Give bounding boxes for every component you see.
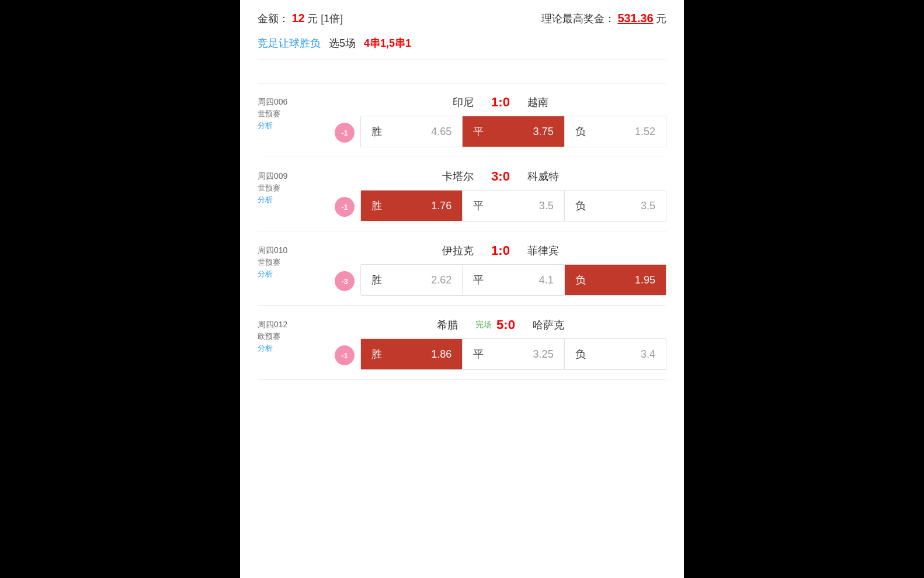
odds-row-2: 胜 2.62 平 4.1 负 1.95 bbox=[360, 264, 666, 296]
match-league-1: 世预赛 bbox=[258, 183, 280, 193]
handicap-badge-0: -1 bbox=[335, 123, 355, 143]
analyze-link-3[interactable]: 分析 bbox=[258, 343, 273, 354]
odds-label-3-0: 胜 bbox=[371, 347, 382, 361]
odds-label-1-2: 负 bbox=[575, 199, 586, 213]
odds-row-0: 胜 4.65 平 3.75 负 1.52 bbox=[360, 116, 666, 147]
bet-combo-label: 4串1,5串1 bbox=[364, 36, 411, 50]
odds-value-0-0: 4.65 bbox=[431, 126, 451, 138]
match-section-0: 周四006 世预赛 分析 印尼 1:0 越南 -1 胜 4.65 bbox=[258, 95, 666, 157]
odds-label-3-1: 平 bbox=[473, 347, 484, 361]
home-team-3: 希腊 bbox=[437, 318, 458, 332]
match-left-3: 周四012 欧预赛 分析 bbox=[258, 317, 328, 354]
bet-select-label: 选5场 bbox=[329, 36, 356, 50]
match-score-3: 5:0 bbox=[496, 317, 515, 333]
match-content-1: 卡塔尔 3:0 科威特 -1 胜 1.76 平 3.5 bbox=[335, 169, 666, 221]
odds-value-1-1: 3.5 bbox=[539, 200, 554, 212]
odds-row-1: 胜 1.76 平 3.5 负 3.5 bbox=[360, 190, 666, 221]
match-score-0: 1:0 bbox=[491, 95, 510, 110]
odds-label-1-1: 平 bbox=[473, 199, 484, 213]
odds-cell-1-2[interactable]: 负 3.5 bbox=[565, 191, 666, 221]
match-score-1: 3:0 bbox=[491, 169, 510, 184]
prize-unit: 元 bbox=[656, 13, 666, 25]
prize-label: 理论最高奖金： bbox=[541, 13, 615, 25]
match-left-2: 周四010 世预赛 分析 bbox=[258, 243, 328, 279]
odds-cell-0-0[interactable]: 胜 4.65 bbox=[361, 116, 463, 147]
home-team-1: 卡塔尔 bbox=[442, 169, 474, 184]
odds-cell-2-0[interactable]: 胜 2.62 bbox=[361, 265, 463, 295]
match-id-3: 周四012 bbox=[258, 320, 287, 330]
odds-cell-2-2[interactable]: 负 1.95 bbox=[565, 265, 666, 295]
odds-cell-0-2[interactable]: 负 1.52 bbox=[565, 116, 666, 147]
match-league-0: 世预赛 bbox=[258, 109, 280, 119]
teams-row-2: 伊拉克 1:0 菲律宾 bbox=[335, 243, 666, 258]
home-team-0: 印尼 bbox=[453, 95, 474, 109]
handicap-badge-1: -1 bbox=[335, 197, 355, 217]
odds-label-2-1: 平 bbox=[473, 273, 484, 287]
amount-unit: 元 [1倍] bbox=[307, 13, 343, 25]
match-league-3: 欧预赛 bbox=[258, 331, 280, 342]
teams-row-1: 卡塔尔 3:0 科威特 bbox=[335, 169, 666, 184]
analyze-link-2[interactable]: 分析 bbox=[258, 269, 273, 279]
odds-value-3-1: 3.25 bbox=[533, 348, 554, 361]
prize-section: 理论最高奖金： 531.36 元 bbox=[541, 12, 666, 26]
odds-value-3-0: 1.86 bbox=[431, 348, 451, 361]
match-id-0: 周四006 bbox=[258, 97, 287, 108]
odds-cell-2-1[interactable]: 平 4.1 bbox=[463, 265, 564, 295]
amount-value: 12 bbox=[291, 12, 304, 25]
match-score-2: 1:0 bbox=[491, 243, 510, 258]
bet-type-label: 竞足让球胜负 bbox=[258, 36, 321, 50]
odds-value-1-0: 1.76 bbox=[431, 200, 451, 212]
odds-label-0-2: 负 bbox=[575, 124, 586, 139]
odds-label-2-2: 负 bbox=[575, 273, 586, 287]
odds-value-2-0: 2.62 bbox=[431, 274, 451, 286]
match-left-0: 周四006 世预赛 分析 bbox=[258, 95, 328, 131]
analyze-link-1[interactable]: 分析 bbox=[258, 195, 273, 205]
prize-value: 531.36 bbox=[617, 12, 653, 25]
odds-value-0-2: 1.52 bbox=[635, 126, 655, 138]
handicap-badge-2: -3 bbox=[335, 271, 355, 291]
match-section-2: 周四010 世预赛 分析 伊拉克 1:0 菲律宾 -3 胜 2. bbox=[258, 243, 666, 306]
matches-container: 周四006 世预赛 分析 印尼 1:0 越南 -1 胜 4.65 bbox=[258, 95, 666, 380]
match-content-2: 伊拉克 1:0 菲律宾 -3 胜 2.62 平 4.1 bbox=[335, 243, 666, 296]
match-section-3: 周四012 欧预赛 分析 希腊 完场 5:0 哈萨克 -1 bbox=[258, 317, 666, 380]
away-team-1: 科威特 bbox=[527, 169, 559, 184]
away-team-3: 哈萨克 bbox=[533, 318, 564, 332]
odds-row-3: 胜 1.86 平 3.25 负 3.4 bbox=[360, 338, 666, 370]
odds-cell-1-0[interactable]: 胜 1.76 bbox=[361, 191, 463, 221]
amount-section: 金额： 12 元 [1倍] bbox=[258, 12, 343, 26]
match-id-2: 周四010 bbox=[258, 245, 287, 256]
match-left-1: 周四009 世预赛 分析 bbox=[258, 169, 328, 205]
analyze-link-0[interactable]: 分析 bbox=[258, 120, 273, 131]
odds-cell-3-1[interactable]: 平 3.25 bbox=[463, 339, 564, 369]
odds-cell-1-1[interactable]: 平 3.5 bbox=[463, 191, 564, 221]
odds-value-2-1: 4.1 bbox=[539, 274, 554, 286]
odds-label-1-0: 胜 bbox=[371, 199, 382, 213]
finished-label: 完场 bbox=[475, 320, 492, 330]
match-content-3: 希腊 完场 5:0 哈萨克 -1 胜 1.86 平 3.2 bbox=[335, 317, 666, 370]
odds-value-2-2: 1.95 bbox=[635, 274, 655, 286]
teams-row-3: 希腊 完场 5:0 哈萨克 bbox=[335, 317, 666, 333]
odds-label-0-1: 平 bbox=[473, 124, 484, 139]
match-content-0: 印尼 1:0 越南 -1 胜 4.65 平 3.75 bbox=[335, 95, 666, 147]
odds-cell-3-0[interactable]: 胜 1.86 bbox=[361, 339, 463, 369]
handicap-badge-3: -1 bbox=[335, 345, 355, 365]
away-team-0: 越南 bbox=[527, 95, 548, 109]
odds-value-1-2: 3.5 bbox=[641, 200, 655, 212]
amount-label: 金额： bbox=[258, 13, 289, 25]
match-league-2: 世预赛 bbox=[258, 257, 280, 268]
match-id-1: 周四009 bbox=[258, 171, 287, 182]
teams-row-0: 印尼 1:0 越南 bbox=[335, 95, 666, 110]
odds-value-0-1: 3.75 bbox=[533, 126, 554, 138]
match-section-1: 周四009 世预赛 分析 卡塔尔 3:0 科威特 -1 胜 1. bbox=[258, 169, 666, 231]
odds-label-2-0: 胜 bbox=[371, 273, 382, 287]
away-team-2: 菲律宾 bbox=[527, 244, 559, 258]
odds-cell-3-2[interactable]: 负 3.4 bbox=[565, 339, 666, 369]
odds-cell-0-1[interactable]: 平 3.75 bbox=[463, 116, 564, 147]
odds-value-3-2: 3.4 bbox=[641, 348, 655, 361]
odds-label-0-0: 胜 bbox=[371, 124, 382, 139]
home-team-2: 伊拉克 bbox=[442, 244, 474, 258]
odds-label-3-2: 负 bbox=[575, 347, 586, 361]
